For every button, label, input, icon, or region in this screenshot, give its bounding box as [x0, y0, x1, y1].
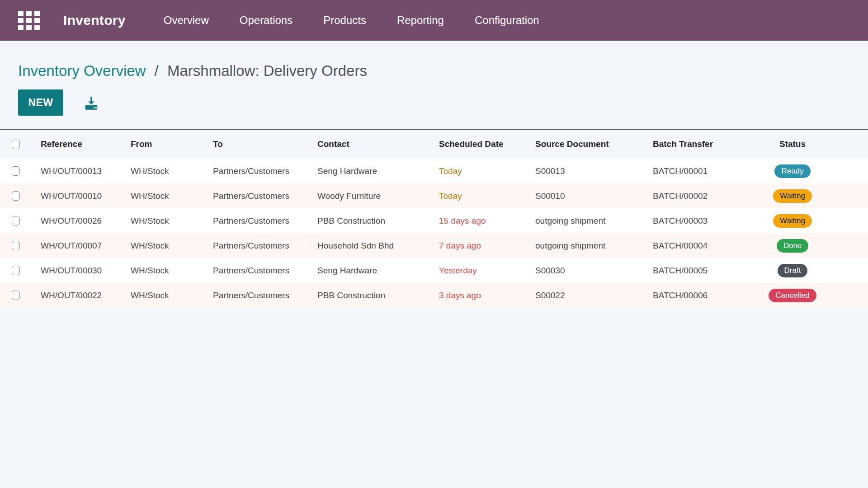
cell-from: WH/Stock	[119, 266, 201, 276]
cell-to: Partners/Customers	[201, 216, 306, 226]
cell-to: Partners/Customers	[201, 291, 306, 300]
menu-item-operations[interactable]: Operations	[224, 0, 308, 41]
cell-reference: WH/OUT/00022	[29, 291, 119, 300]
menu-item-reporting[interactable]: Reporting	[382, 0, 459, 41]
cell-contact: Woody Furniture	[306, 191, 427, 201]
row-checkbox[interactable]	[12, 266, 20, 275]
breadcrumb: Inventory Overview / Marshmallow: Delive…	[18, 62, 868, 80]
cell-source-document: S00013	[524, 166, 641, 176]
cell-reference: WH/OUT/00026	[29, 216, 119, 226]
toolbar: NEW	[18, 89, 868, 116]
menu-item-configuration[interactable]: Configuration	[459, 0, 555, 41]
new-button[interactable]: NEW	[18, 89, 63, 116]
cell-scheduled-date: Today	[427, 191, 524, 201]
cell-contact: Seng Hardware	[306, 166, 427, 176]
cell-from: WH/Stock	[119, 216, 201, 226]
cell-batch-transfer: BATCH/00003	[641, 216, 759, 226]
row-checkbox[interactable]	[12, 291, 20, 300]
cell-to: Partners/Customers	[201, 241, 306, 251]
status-badge: Waiting	[773, 189, 812, 203]
menu-item-overview[interactable]: Overview	[148, 0, 224, 41]
cell-from: WH/Stock	[119, 291, 201, 300]
status-badge: Done	[777, 239, 809, 253]
cell-batch-transfer: BATCH/00006	[641, 291, 759, 300]
row-checkbox[interactable]	[12, 241, 20, 250]
cell-contact: Household Sdn Bhd	[306, 241, 427, 251]
cell-scheduled-date: 3 days ago	[427, 291, 524, 300]
page-content: Inventory Overview / Marshmallow: Delive…	[0, 41, 868, 116]
select-all-checkbox[interactable]	[12, 140, 20, 149]
menu-item-products[interactable]: Products	[308, 0, 382, 41]
row-checkbox[interactable]	[12, 191, 20, 201]
cell-from: WH/Stock	[119, 241, 201, 251]
cell-source-document: S00022	[524, 291, 641, 300]
cell-scheduled-date: Today	[427, 166, 524, 176]
cell-batch-transfer: BATCH/00005	[641, 266, 759, 276]
cell-from: WH/Stock	[119, 191, 201, 201]
cell-from: WH/Stock	[119, 166, 201, 176]
cell-reference: WH/OUT/00010	[29, 191, 119, 201]
column-header-contact[interactable]: Contact	[306, 139, 427, 149]
export-button[interactable]	[82, 94, 100, 112]
download-icon	[82, 94, 100, 112]
app-title[interactable]: Inventory	[63, 13, 126, 28]
column-header-status[interactable]: Status	[759, 139, 826, 149]
table-row[interactable]: WH/OUT/00030 WH/Stock Partners/Customers…	[0, 258, 868, 283]
table-header-row: Reference From To Contact Scheduled Date…	[0, 130, 868, 159]
table-row[interactable]: WH/OUT/00010 WH/Stock Partners/Customers…	[0, 183, 868, 208]
column-header-from[interactable]: From	[119, 139, 201, 149]
table-row[interactable]: WH/OUT/00013 WH/Stock Partners/Customers…	[0, 159, 868, 183]
breadcrumb-parent-link[interactable]: Inventory Overview	[18, 62, 146, 79]
table-body: WH/OUT/00013 WH/Stock Partners/Customers…	[0, 159, 868, 308]
row-checkbox[interactable]	[12, 216, 20, 225]
top-navbar: Inventory Overview Operations Products R…	[0, 0, 868, 41]
cell-contact: PBB Construction	[306, 291, 427, 300]
cell-source-document: S00030	[524, 266, 641, 276]
column-header-scheduled-date[interactable]: Scheduled Date	[427, 139, 524, 149]
cell-source-document: outgoing shipment	[524, 216, 641, 226]
cell-reference: WH/OUT/00030	[29, 266, 119, 276]
cell-batch-transfer: BATCH/00004	[641, 241, 759, 251]
breadcrumb-current: Marshmallow: Delivery Orders	[167, 62, 367, 79]
breadcrumb-separator: /	[155, 62, 159, 79]
cell-contact: PBB Construction	[306, 216, 427, 226]
status-badge: Cancelled	[769, 289, 816, 302]
cell-source-document: outgoing shipment	[524, 241, 641, 251]
row-checkbox[interactable]	[12, 166, 20, 176]
cell-to: Partners/Customers	[201, 266, 306, 276]
cell-reference: WH/OUT/00007	[29, 241, 119, 251]
cell-scheduled-date: Yesterday	[427, 266, 524, 276]
cell-reference: WH/OUT/00013	[29, 166, 119, 176]
column-header-to[interactable]: To	[201, 139, 306, 149]
cell-to: Partners/Customers	[201, 166, 306, 176]
cell-contact: Seng Hardware	[306, 266, 427, 276]
cell-batch-transfer: BATCH/00002	[641, 191, 759, 201]
column-header-source-document[interactable]: Source Document	[524, 139, 641, 149]
cell-scheduled-date: 15 days ago	[427, 216, 524, 226]
cell-source-document: S00010	[524, 191, 641, 201]
cell-scheduled-date: 7 days ago	[427, 241, 524, 251]
table-row[interactable]: WH/OUT/00007 WH/Stock Partners/Customers…	[0, 233, 868, 258]
status-badge: Draft	[778, 264, 808, 277]
table-row[interactable]: WH/OUT/00022 WH/Stock Partners/Customers…	[0, 283, 868, 308]
cell-batch-transfer: BATCH/00001	[641, 166, 759, 176]
status-badge: Ready	[774, 164, 810, 178]
column-header-batch-transfer[interactable]: Batch Transfer	[641, 139, 759, 149]
delivery-orders-table: Reference From To Contact Scheduled Date…	[0, 129, 868, 308]
main-menu: Overview Operations Products Reporting C…	[148, 0, 555, 41]
table-row[interactable]: WH/OUT/00026 WH/Stock Partners/Customers…	[0, 208, 868, 233]
status-badge: Waiting	[773, 214, 812, 228]
cell-to: Partners/Customers	[201, 191, 306, 201]
apps-grid-icon[interactable]	[18, 11, 40, 30]
column-header-reference[interactable]: Reference	[29, 139, 119, 149]
